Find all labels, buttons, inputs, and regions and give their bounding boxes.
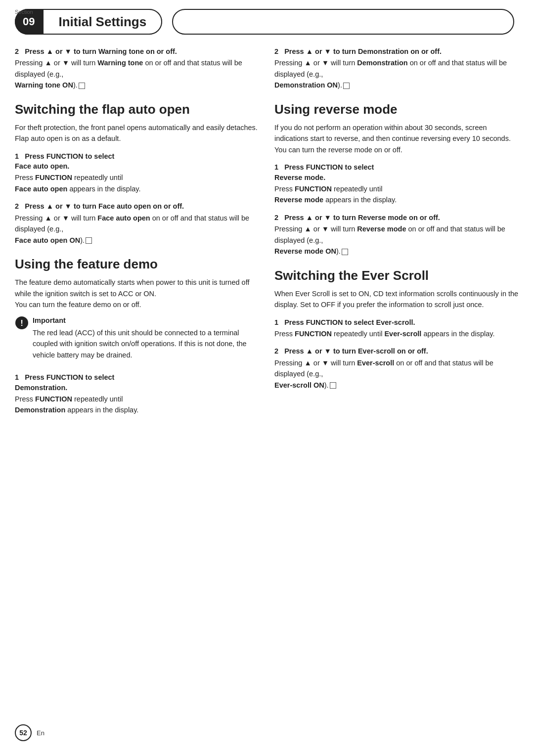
reverse-step1-heading: 1 Press FUNCTION to selectReverse mode. [274,162,519,182]
important-body: The red lead (ACC) of this unit should b… [33,327,260,360]
demo-step1-body: Press FUNCTION repeatedly until Demonstr… [15,394,260,416]
reverse-mode-intro: If you do not perform an operation withi… [274,122,519,155]
flap-step1-heading: 1 Press FUNCTION to selectFace auto open… [15,151,260,172]
square-icon-4 [342,249,348,255]
warning-tone-body: Pressing ▲ or ▼ will turn Warning tone o… [15,57,260,90]
reverse-mode-heading: Using reverse mode [274,102,519,117]
demo-step1-heading: 1 Press FUNCTION to selectDemonstration. [15,372,260,393]
flap-auto-open-intro: For theft protection, the front panel op… [15,122,260,144]
flap-auto-open-heading: Switching the flap auto open [15,102,260,117]
ever-scroll-step2-body: Pressing ▲ or ▼ will turn Ever-scroll on… [274,357,519,391]
page-number: 52 [15,724,32,741]
section-label: Section [15,9,33,15]
important-icon: ! [15,316,29,330]
ever-scroll-heading: Switching the Ever Scroll [274,268,519,283]
demonstration-step2-body: Pressing ▲ or ▼ will turn Demonstration … [274,57,519,90]
warning-tone-step2-heading: 2 Press ▲ or ▼ to turn Warning tone on o… [15,46,260,56]
important-content: Important The red lead (ACC) of this uni… [33,315,260,366]
page-footer: 52 En [15,724,44,741]
main-content: 2 Press ▲ or ▼ to turn Warning tone on o… [0,40,534,421]
feature-demo-heading: Using the feature demo [15,257,260,272]
square-icon-3 [343,83,350,89]
ever-scroll-step2-heading: 2 Press ▲ or ▼ to turn Ever-scroll on or… [274,346,519,356]
reverse-mode-section: Using reverse mode If you do not perform… [274,102,519,257]
svg-text:!: ! [20,318,23,328]
left-column: 2 Press ▲ or ▼ to turn Warning tone on o… [15,40,260,421]
flap-step2-heading: 2 Press ▲ or ▼ to turn Face auto open on… [15,201,260,211]
page-title: Initial Settings [58,14,146,30]
flap-step2-body: Pressing ▲ or ▼ will turn Face auto open… [15,213,260,246]
feature-demo-section: Using the feature demo The feature demo … [15,257,260,416]
flap-step1-body: Press FUNCTION repeatedly until Face aut… [15,172,260,194]
reverse-step2-body: Pressing ▲ or ▼ will turn Reverse mode o… [274,223,519,257]
ever-scroll-step1-body: Press FUNCTION repeatedly until Ever-scr… [274,328,519,339]
demonstration-step2-heading: 2 Press ▲ or ▼ to turn Demonstration on … [274,46,519,56]
page-header: 09 Initial Settings [0,0,534,40]
square-icon-5 [330,382,336,389]
feature-demo-intro: The feature demo automatically starts wh… [15,277,260,310]
square-icon [79,83,85,89]
reverse-step1-body: Press FUNCTION repeatedly until Reverse … [274,183,519,206]
flap-auto-open-section: Switching the flap auto open For theft p… [15,102,260,246]
reverse-step2-heading: 2 Press ▲ or ▼ to turn Reverse mode on o… [274,213,519,222]
ever-scroll-section: Switching the Ever Scroll When Ever Scro… [274,268,519,391]
header-right-box [172,9,514,35]
right-column: 2 Press ▲ or ▼ to turn Demonstration on … [274,40,519,421]
ever-scroll-step1-heading: 1 Press FUNCTION to select Ever-scroll. [274,317,519,327]
important-label: Important [33,316,66,324]
section-title-box: Initial Settings [43,9,162,35]
section-badge: 09 Initial Settings [15,9,162,35]
demonstration-section: 2 Press ▲ or ▼ to turn Demonstration on … [274,46,519,91]
ever-scroll-intro: When Ever Scroll is set to ON, CD text i… [274,288,519,311]
warning-tone-section: 2 Press ▲ or ▼ to turn Warning tone on o… [15,46,260,91]
page-language: En [37,729,44,737]
important-box: ! Important The red lead (ACC) of this u… [15,315,260,366]
square-icon-2 [86,237,92,244]
